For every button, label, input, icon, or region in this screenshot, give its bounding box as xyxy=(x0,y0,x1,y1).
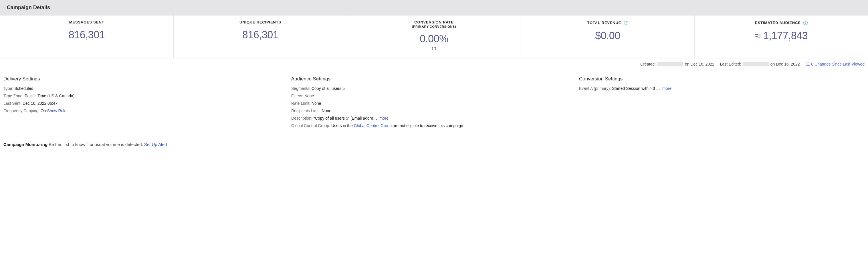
kv-filters: Filters: None xyxy=(291,93,573,99)
stat-label: MESSAGES SENT xyxy=(3,20,170,24)
stat-label: TOTAL REVENUE xyxy=(587,21,621,25)
kv-recipients-limit: Recipients Limit: None xyxy=(291,108,573,114)
created-date: on Dec 16, 2022 xyxy=(685,62,714,66)
conversion-settings: Conversion Settings Event A (primary): S… xyxy=(579,76,861,130)
audience-settings: Audience Settings Segments: Copy of all … xyxy=(291,76,573,130)
meta-last-edited: Last Edited: on Dec 16, 2022 xyxy=(720,62,800,66)
kv-rate-limit: Rate Limit: None xyxy=(291,100,573,107)
info-icon[interactable]: ? xyxy=(624,21,628,25)
changes-text: 0 Changes Since Last Viewed xyxy=(811,62,865,66)
stat-sublabel: (PRIMARY CONVERSIONS) xyxy=(350,25,518,28)
stat-value: ≈ 1,177,843 xyxy=(698,30,865,42)
stat-card-conversion-rate[interactable]: CONVERSION RATE (PRIMARY CONVERSIONS) 0.… xyxy=(347,16,521,58)
kv-type: Type: Scheduled xyxy=(3,85,285,92)
meta-created: Created: on Dec 16, 2022 xyxy=(640,62,714,66)
stat-card-messages-sent[interactable]: MESSAGES SENT 816,301 xyxy=(0,16,174,58)
page-header: Campaign Details xyxy=(0,0,868,16)
info-icon[interactable]: ? xyxy=(803,21,808,25)
section-title: Conversion Settings xyxy=(579,76,861,82)
section-title: Delivery Settings xyxy=(3,76,285,82)
stat-label: UNIQUE RECIPIENTS xyxy=(177,20,344,24)
svg-point-2 xyxy=(806,64,806,64)
show-rule-link[interactable]: Show Rule xyxy=(47,109,67,113)
kv-global-control-group: Global Control Group: Users in the Globa… xyxy=(291,122,573,129)
kv-segments: Segments: Copy of all users 5 xyxy=(291,85,573,92)
stat-card-unique-recipients[interactable]: UNIQUE RECIPIENTS 816,301 xyxy=(174,16,347,58)
page-title: Campaign Details xyxy=(7,5,861,10)
delivery-settings: Delivery Settings Type: Scheduled Time Z… xyxy=(3,76,285,130)
event-more-link[interactable]: more xyxy=(662,86,672,91)
stat-value: $0.00 xyxy=(524,30,691,42)
stat-label: CONVERSION RATE xyxy=(350,20,518,24)
stat-card-total-revenue[interactable]: TOTAL REVENUE ? $0.00 xyxy=(521,16,694,58)
description-more-link[interactable]: more xyxy=(379,116,389,120)
global-control-group-link[interactable]: Global Control Group xyxy=(354,123,392,128)
redacted-block xyxy=(743,62,769,66)
kv-last-sent: Last Sent: Dec 16, 2022 06:47 xyxy=(3,100,285,107)
stats-row: MESSAGES SENT 816,301 UNIQUE RECIPIENTS … xyxy=(0,16,868,58)
created-label: Created: xyxy=(640,62,656,66)
kv-event-a: Event A (primary): Started Session withi… xyxy=(579,85,861,92)
svg-point-0 xyxy=(806,63,806,63)
monitoring-text: Be the first to know if unusual volume i… xyxy=(49,142,143,147)
redacted-block xyxy=(657,62,683,66)
stat-label: ESTIMATED AUDIENCE xyxy=(755,21,801,25)
kv-timezone: Time Zone: Pacific Time (US & Canada) xyxy=(3,93,285,99)
stat-card-estimated-audience[interactable]: ESTIMATED AUDIENCE ? ≈ 1,177,843 xyxy=(694,16,868,58)
meta-row: Created: on Dec 16, 2022 Last Edited: on… xyxy=(0,58,868,70)
stat-subvalue: (7) xyxy=(350,46,518,50)
stat-value: 0.00% xyxy=(350,33,518,45)
settings-row: Delivery Settings Type: Scheduled Time Z… xyxy=(0,70,868,138)
set-up-alert-link[interactable]: Set Up Alert xyxy=(144,142,167,147)
campaign-monitoring: Campaign Monitoring Be the first to know… xyxy=(0,138,868,151)
stat-value: 816,301 xyxy=(177,29,344,41)
monitoring-title: Campaign Monitoring xyxy=(3,142,48,147)
list-icon xyxy=(805,62,810,66)
section-title: Audience Settings xyxy=(291,76,573,82)
kv-description: Description: "Copy of all users 5" [Emai… xyxy=(291,115,573,122)
changes-since-viewed-link[interactable]: 0 Changes Since Last Viewed xyxy=(805,62,865,66)
edited-label: Last Edited: xyxy=(720,62,741,66)
edited-date: on Dec 16, 2022 xyxy=(770,62,800,66)
kv-frequency-capping: Frequency Capping: On Show Rule xyxy=(3,108,285,114)
stat-value: 816,301 xyxy=(3,29,170,41)
